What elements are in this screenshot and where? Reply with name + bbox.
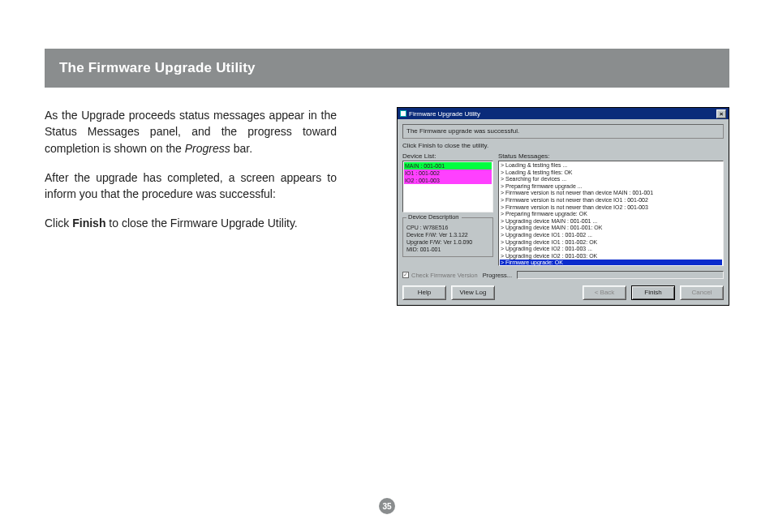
help-button[interactable]: Help [402,285,446,300]
device-description-line: Upgrade F/W: Ver 1.0.090 [406,238,489,246]
dialog-title: Firmware Upgrade Utility [409,110,480,118]
p1-text-b: bar. [230,142,252,155]
status-message-item[interactable]: > Firmware version is not newer than dev… [500,197,722,204]
status-messages-listbox[interactable]: > Loading & testing files ...> Loading &… [498,161,724,266]
checkbox-icon [402,272,409,278]
close-button[interactable]: × [716,109,726,118]
dialog-title-bar[interactable]: Firmware Upgrade Utility × [398,108,729,119]
status-message-item[interactable]: > Searching for devices ... [500,176,722,183]
section-title: The Firmware Upgrade Utility [59,60,256,75]
body-text-column: As the Upgrade proceeds status messages … [45,107,337,306]
device-description-line: Device F/W: Ver 1.3.122 [406,231,489,238]
status-message-item[interactable]: > Firmware version is not newer than dev… [500,190,722,197]
device-list-label: Device List: [402,152,493,160]
device-list-item[interactable]: IO2 : 001-003 [404,177,492,184]
device-list-item[interactable]: IO1 : 001-002 [404,169,492,177]
view-log-button[interactable]: View Log [451,285,495,300]
status-message-item[interactable]: > Preparing firmware upgrade: OK [500,211,722,218]
finish-button[interactable]: Finish [631,285,675,300]
device-description-group: Device Description CPU : W78E516Device F… [402,217,493,257]
cancel-button: Cancel [680,285,724,300]
back-button: < Back [583,285,626,300]
progress-label: Progress... [483,272,512,279]
p3-text-b: to close the Firmware Upgrade Utility. [105,217,297,230]
status-message-item[interactable]: > Preparing firmware upgrade ... [500,183,722,191]
status-message-item[interactable]: > Upgrading device MAIN : 001-001: OK [500,225,722,232]
check-firmware-label: Check Firmware Version [411,272,478,279]
status-message-item[interactable]: > Upgrading device IO1 : 001-002 ... [500,232,722,239]
device-description-line: MID: 001-001 [406,246,489,253]
status-message-item[interactable]: > Upgrading device MAIN : 001-001 ... [500,218,722,225]
status-message-item-selected[interactable]: > Firmware upgrade: OK [500,260,722,266]
status-messages-label: Status Messages: [498,152,724,160]
p3-bold: Finish [72,217,105,230]
paragraph-1: As the Upgrade proceeds status messages … [45,107,337,157]
page-number-badge: 35 [379,498,395,514]
progress-bar [517,271,724,279]
status-message-item[interactable]: > Loading & testing files ... [500,162,722,169]
check-firmware-checkbox[interactable]: Check Firmware Version [402,272,478,279]
status-message-item[interactable]: > Upgrading device IO2 : 001-003 ... [500,246,722,253]
device-description-line: CPU : W78E516 [406,224,489,231]
p3-text-a: Click [45,217,72,230]
device-list-item[interactable]: MAIN : 001-001 [404,162,492,169]
p1-italic: Progress [185,142,230,155]
section-title-bar: The Firmware Upgrade Utility [45,49,729,88]
success-message: The Firmware upgrade was successful. [406,127,519,135]
device-description-legend: Device Description [406,213,461,221]
status-message-item[interactable]: > Upgrading device IO2 : 001-003: OK [500,253,722,260]
device-listbox[interactable]: MAIN : 001-001IO1 : 001-002IO2 : 001-003 [402,161,493,212]
status-message-item[interactable]: > Loading & testing files: OK [500,169,722,177]
status-message-item[interactable]: > Upgrading device IO1 : 001-002: OK [500,239,722,247]
app-icon [400,110,406,117]
status-message-item[interactable]: > Firmware version is not newer than dev… [500,204,722,212]
success-message-panel: The Firmware upgrade was successful. [402,124,724,139]
paragraph-3: Click Finish to close the Firmware Upgra… [45,215,337,231]
paragraph-2: After the upgrade has completed, a scree… [45,169,337,203]
firmware-upgrade-dialog: Firmware Upgrade Utility × The Firmware … [397,107,729,306]
instruction-text: Click Finish to close the utility. [402,142,724,149]
